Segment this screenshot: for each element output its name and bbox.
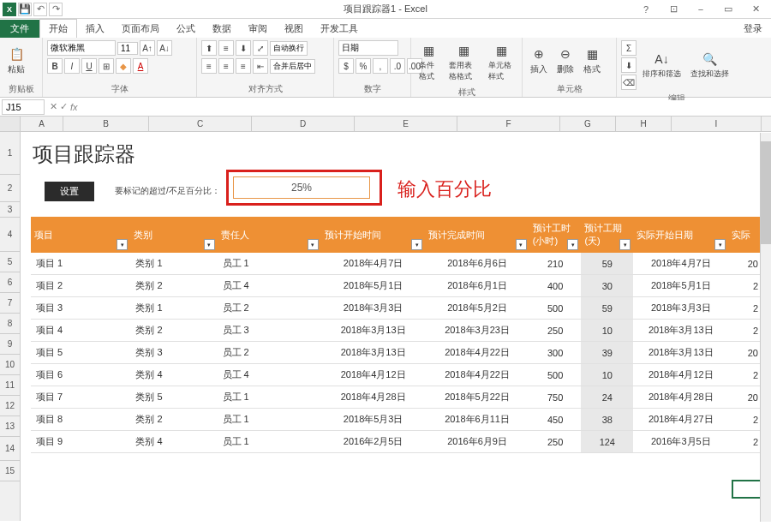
col-header[interactable]: D — [252, 117, 355, 131]
ribbon-toggle-icon[interactable]: ⊡ — [663, 3, 684, 15]
col-header[interactable]: H — [616, 117, 672, 131]
row-header[interactable]: 6 — [0, 272, 20, 293]
sort-filter-button[interactable]: A↓排序和筛选 — [639, 49, 684, 81]
underline-button[interactable]: U — [81, 58, 97, 74]
cell-hours[interactable]: 250 — [529, 320, 582, 342]
cell-category[interactable]: 类别 4 — [130, 364, 217, 386]
cell-est-end[interactable]: 2018年6月6日 — [425, 253, 529, 275]
col-header[interactable]: G — [560, 117, 616, 131]
fx-icon[interactable]: fx — [70, 102, 78, 112]
tab-insert[interactable]: 插入 — [77, 20, 113, 38]
row-header[interactable]: 10 — [0, 355, 20, 375]
cell-person[interactable]: 员工 1 — [218, 386, 321, 409]
table-row[interactable]: 项目 3类别 1员工 22018年3月3日2018年5月2日500592018年… — [31, 297, 763, 320]
cell-est-start[interactable]: 2018年5月3日 — [321, 409, 425, 431]
cell-days[interactable]: 10 — [581, 320, 633, 342]
row-header[interactable]: 14 — [0, 437, 20, 461]
worksheet[interactable]: 项目跟踪器 设置 要标记的超过/不足百分比： 25% 输入百分比 项目▾ 类别▾… — [21, 132, 771, 521]
cell-act-end[interactable]: 2 — [728, 320, 763, 342]
cell-act-start[interactable]: 2018年5月1日 — [633, 275, 728, 297]
font-color-button[interactable]: A — [133, 58, 148, 74]
col-header[interactable]: B — [63, 117, 149, 131]
cell-days[interactable]: 124 — [581, 431, 633, 453]
row-header[interactable]: 3 — [0, 202, 20, 218]
cell-days[interactable]: 38 — [581, 409, 633, 431]
cell-est-start[interactable]: 2018年3月13日 — [321, 342, 425, 364]
cell-est-end[interactable]: 2016年6月9日 — [425, 431, 529, 453]
table-row[interactable]: 项目 9类别 4员工 12016年2月5日2016年6月9日2501242016… — [31, 431, 763, 453]
cell-category[interactable]: 类别 2 — [130, 320, 217, 342]
indent-dec-icon[interactable]: ⇤ — [253, 58, 268, 74]
tab-dev[interactable]: 开发工具 — [312, 20, 367, 38]
cell-hours[interactable]: 300 — [529, 342, 582, 364]
align-bottom-icon[interactable]: ⬇ — [236, 40, 251, 56]
tab-data[interactable]: 数据 — [204, 20, 240, 38]
orientation-icon[interactable]: ⤢ — [253, 40, 268, 56]
cell-category[interactable]: 类别 2 — [130, 275, 217, 297]
currency-icon[interactable]: $ — [338, 58, 354, 74]
align-center-icon[interactable]: ≡ — [218, 58, 234, 74]
wrap-text-button[interactable]: 自动换行 — [270, 41, 308, 56]
cell-act-end[interactable]: 2 — [728, 297, 763, 320]
cell-act-start[interactable]: 2016年3月5日 — [633, 431, 728, 453]
align-top-icon[interactable]: ⬆ — [201, 40, 217, 56]
cell-person[interactable]: 员工 1 — [218, 409, 321, 431]
cell-est-end[interactable]: 2018年5月22日 — [425, 386, 529, 409]
col-header[interactable]: C — [149, 117, 252, 131]
cell-est-start[interactable]: 2016年2月5日 — [321, 431, 425, 453]
cell-est-end[interactable]: 2018年3月23日 — [425, 320, 529, 342]
align-left-icon[interactable]: ≡ — [201, 58, 217, 74]
autosum-icon[interactable]: Σ — [621, 40, 637, 56]
save-icon[interactable]: 💾 — [18, 3, 32, 16]
col-header[interactable]: E — [355, 117, 457, 131]
cell-person[interactable]: 员工 4 — [218, 364, 321, 386]
paste-button[interactable]: 📋粘贴 — [4, 44, 28, 77]
cell-act-end[interactable]: 2 — [728, 431, 763, 453]
comma-icon[interactable]: , — [373, 58, 388, 74]
cell-person[interactable]: 员工 1 — [218, 253, 321, 275]
cell-est-start[interactable]: 2018年3月13日 — [321, 320, 425, 342]
tab-formula[interactable]: 公式 — [168, 20, 204, 38]
undo-icon[interactable]: ↶ — [33, 3, 47, 16]
filter-icon[interactable]: ▾ — [567, 239, 578, 250]
select-all-corner[interactable] — [0, 117, 21, 131]
font-size-combo[interactable]: 11 — [117, 42, 138, 55]
row-header[interactable]: 1 — [0, 132, 20, 175]
cell-act-start[interactable]: 2018年4月12日 — [633, 364, 728, 386]
tab-home[interactable]: 开始 — [39, 19, 77, 38]
decrease-font-icon[interactable]: A↓ — [157, 40, 172, 56]
signin-link[interactable]: 登录 — [744, 22, 771, 35]
row-header[interactable]: 5 — [0, 252, 20, 272]
cell-category[interactable]: 类别 5 — [130, 386, 217, 409]
cell-category[interactable]: 类别 4 — [130, 431, 217, 453]
cell-est-start[interactable]: 2018年4月28日 — [321, 386, 425, 409]
format-cell-button[interactable]: ▦格式 — [580, 44, 604, 77]
cell-days[interactable]: 30 — [581, 275, 633, 297]
row-header[interactable]: 13 — [0, 416, 20, 437]
restore-button[interactable]: ▭ — [718, 3, 738, 15]
percent-icon[interactable]: % — [356, 58, 371, 74]
cell-est-start[interactable]: 2018年3月3日 — [321, 297, 425, 320]
table-format-button[interactable]: ▦套用表格格式 — [445, 40, 483, 84]
align-middle-icon[interactable]: ≡ — [218, 40, 234, 56]
cell-est-end[interactable]: 2018年6月1日 — [425, 275, 529, 297]
table-row[interactable]: 项目 1类别 1员工 12018年4月7日2018年6月6日210592018年… — [31, 253, 763, 275]
cell-category[interactable]: 类别 3 — [130, 342, 217, 364]
row-header[interactable]: 12 — [0, 396, 20, 416]
cell-act-start[interactable]: 2018年4月28日 — [633, 386, 728, 409]
cell-est-end[interactable]: 2018年5月2日 — [425, 297, 529, 320]
tab-review[interactable]: 审阅 — [240, 20, 276, 38]
filter-icon[interactable]: ▾ — [204, 239, 215, 250]
bold-button[interactable]: B — [47, 58, 63, 74]
cell-person[interactable]: 员工 1 — [218, 431, 321, 453]
delete-cell-button[interactable]: ⊖删除 — [553, 44, 577, 77]
cell-project[interactable]: 项目 5 — [31, 342, 130, 364]
insert-cell-button[interactable]: ⊕插入 — [527, 44, 551, 77]
cell-hours[interactable]: 210 — [529, 253, 582, 275]
cell-est-end[interactable]: 2018年6月11日 — [425, 409, 529, 431]
cell-person[interactable]: 员工 2 — [218, 342, 321, 364]
cell-days[interactable]: 39 — [581, 342, 633, 364]
tab-view[interactable]: 视图 — [276, 20, 312, 38]
cell-act-end[interactable]: 20 — [728, 342, 763, 364]
row-header[interactable]: 15 — [0, 461, 20, 481]
